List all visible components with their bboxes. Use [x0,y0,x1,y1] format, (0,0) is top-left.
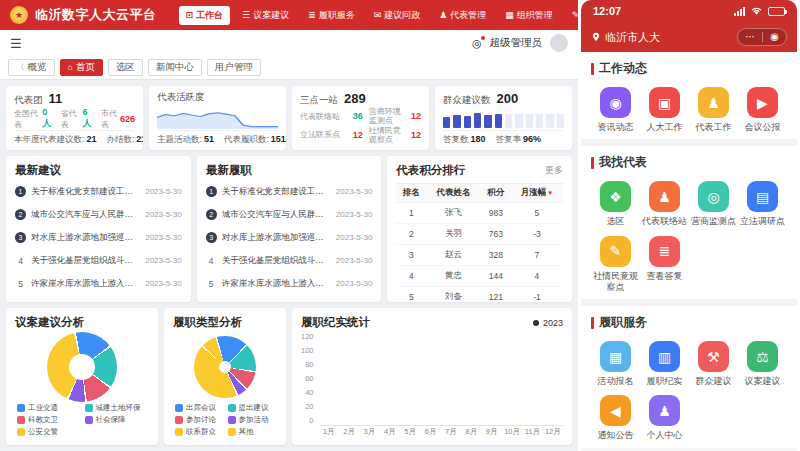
legend-item[interactable]: 联系群众 [175,427,223,437]
list-item-date: 2023-5-30 [336,210,372,219]
legend-item[interactable]: 公安交警 [17,427,80,437]
list-item[interactable]: 4关于强化基层党组织战斗力，提升村干...2023-5-30 [15,255,182,267]
more-link[interactable]: 更多 [545,164,563,177]
nav-item-duty-service[interactable]: ≣履职服务 [301,6,362,25]
app-duty-record[interactable]: ▥履职纪实 [640,341,689,387]
list-item-title: 关于标准化党支部建设工作的建议 [31,186,140,198]
app-meeting-bulletin[interactable]: ▶会议公报 [738,87,787,133]
notification-icon[interactable]: ◎ [472,38,482,49]
cellular-signal-icon [734,7,745,16]
list-item[interactable]: 4关于强化基层党组织战斗力，提升村干...2023-5-30 [206,255,373,267]
card-value: 289 [344,91,366,106]
app-mass-suggestion[interactable]: ⚒群众建议 [689,341,738,387]
list-item[interactable]: 5许家崖水库水源地上游入库河道生态保...2023-5-30 [15,278,182,290]
app-label: 资讯动态 [591,122,640,133]
nav-item-label: 议案建议 [253,9,289,22]
news-feed-icon: ◉ [600,87,631,118]
sort-desc-icon[interactable]: ▼ [547,190,553,196]
table-row[interactable]: 3赵云3287 [396,245,563,266]
y-axis: 120100806040200 [301,333,319,425]
battery-icon [768,7,785,16]
mobile-app-preview: 12:07 临沂市人大 ⋯ ◉ 工作动态 ◉资讯动态▣人大工作♟代表工作▶会议公… [578,0,800,451]
legend-chip-icon [228,428,236,436]
section-bar [591,317,594,329]
app-news-feed[interactable]: ◉资讯动态 [591,87,640,133]
nav-item-content[interactable]: ✎内容管理 [565,6,578,25]
mini-program-navbar: 临沂市人大 ⋯ ◉ [581,22,797,52]
tab-overview[interactable]: 〈概览 [8,59,55,76]
nav-item-workbench[interactable]: ⊡工作台 [179,6,231,25]
nav-item-consult[interactable]: ✉建议问政 [367,6,428,25]
table-cell: 7 [511,245,563,266]
tab-district[interactable]: 选区 [108,59,143,76]
legend-item[interactable]: 参加讨论 [175,415,223,425]
list-item[interactable]: 1关于标准化党支部建设工作的建议2023-5-30 [206,186,373,198]
list-item-title: 城市公交汽车应与人民群众生活息息相... [31,209,140,221]
x-tick-label: 1月 [319,427,339,437]
more-menu-icon[interactable]: ⋯ [738,32,762,42]
stat-label: 社情民意观察点 [369,127,408,145]
list-item[interactable]: 1关于标准化党支部建设工作的建议2023-5-30 [15,186,182,198]
year-legend[interactable]: 2023 [533,318,563,328]
table-row[interactable]: 1张飞9835 [396,203,563,224]
app-profile[interactable]: ♟个人中心 [640,395,689,441]
list-item[interactable]: 2城市公交汽车应与人民群众生活息息相...2023-5-30 [206,209,373,221]
nav-item-delegates[interactable]: ♟代表管理 [432,6,493,25]
footer-stat-value: 51 [204,134,214,144]
stat-label: 立法联系点 [300,131,340,140]
legend-item[interactable]: 社会保障 [85,415,148,425]
mini-bar-placeholder [557,114,564,128]
card-title: 最新建议 [15,163,182,178]
app-legislation-research[interactable]: ▤立法调研点 [738,181,787,227]
rank-badge: 1 [206,186,217,197]
legend-item[interactable]: 工业交通 [17,403,80,413]
stat-value: 0人 [42,107,54,130]
exit-target-icon[interactable]: ◉ [763,32,786,42]
view-reply-icon: ≣ [649,236,680,267]
legend-chip-icon [228,416,236,424]
table-row[interactable]: 5刘备121-1 [396,287,563,303]
list-item-date: 2023-5-30 [145,233,181,242]
legend-item[interactable]: 其他 [228,427,276,437]
legend-item[interactable]: 城建土地环保 [85,403,148,413]
list-item[interactable]: 3对水库上游水源地加强巡视检查，加强...2023-5-30 [206,232,373,244]
app-view-reply[interactable]: ≣查看答复 [640,236,689,294]
app-proposal-suggestion[interactable]: ⚖议案建议 [738,341,787,387]
hamburger-icon[interactable]: ☰ [10,36,22,51]
table-row[interactable]: 4黄忠1444 [396,266,563,287]
list-item[interactable]: 5许家崖水库水源地上游入库河道生态保...2023-5-30 [206,278,373,290]
app-label: 活动报名 [591,376,640,387]
list-item[interactable]: 2城市公交汽车应与人民群众生活息息相...2023-5-30 [15,209,182,221]
app-liaison-station[interactable]: ♟代表联络站 [640,181,689,227]
latest-suggestions-card: 最新建议 1关于标准化党支部建设工作的建议2023-5-302城市公交汽车应与人… [6,156,191,302]
app-public-opinion[interactable]: ✎社情民意观察点 [591,236,640,294]
app-title[interactable]: 临沂市人大 [591,30,660,45]
card-title: 代表团 [14,94,43,107]
activity-footer: 主题活动数:51代表履职数:151 [157,130,278,146]
list-item[interactable]: 3对水库上游水源地加强巡视检查，加强...2023-5-30 [15,232,182,244]
app-delegate-work[interactable]: ♟代表工作 [689,87,738,133]
app-activity-signup[interactable]: ▦活动报名 [591,341,640,387]
tab-news[interactable]: 新闻中心 [148,59,202,76]
table-row[interactable]: 2关羽763-3 [396,224,563,245]
tab-users[interactable]: 用户管理 [207,59,261,76]
legend-item[interactable]: 出席会议 [175,403,223,413]
app-business-monitor[interactable]: ◎营商监测点 [689,181,738,227]
app-district-map[interactable]: ❖选区 [591,181,640,227]
status-bar: 12:07 [581,0,797,22]
app-npc-work[interactable]: ▣人大工作 [640,87,689,133]
stat-item: 代表联络站36 [300,112,363,122]
list-item-title: 许家崖水库水源地上游入库河道生态保... [31,278,140,290]
nav-item-organization[interactable]: ▦组织管理 [498,6,560,25]
avatar[interactable] [550,34,568,52]
current-user[interactable]: 超级管理员 [490,36,543,50]
list-item-title: 许家崖水库水源地上游入库河道生态保... [222,278,331,290]
legend-item[interactable]: 科教文卫 [17,415,80,425]
nav-item-proposals[interactable]: ☰议案建议 [235,6,296,25]
legend-item[interactable]: 提出建议 [228,403,276,413]
stat-value: 12 [353,131,363,141]
app-notice[interactable]: ◀通知公告 [591,395,640,441]
latest-performance-card: 最新履职 1关于标准化党支部建设工作的建议2023-5-302城市公交汽车应与人… [197,156,382,302]
legend-item[interactable]: 参加活动 [228,415,276,425]
tab-home[interactable]: ⌂首页 [60,59,103,76]
